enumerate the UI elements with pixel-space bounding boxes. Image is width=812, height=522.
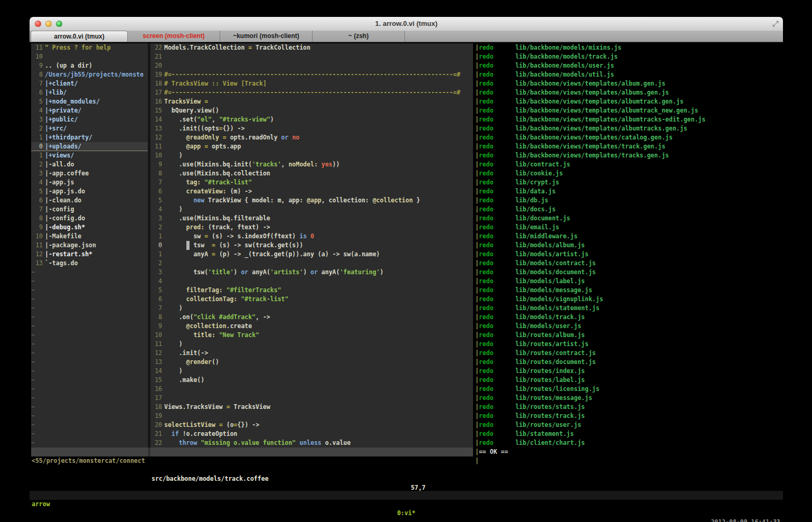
line-number: 1	[31, 151, 45, 160]
terminal-tab-2[interactable]: ~kumori (mosh-client)	[220, 31, 313, 42]
tree-item[interactable]: 5|-app.js.do	[31, 187, 148, 196]
redo-label: redo	[479, 61, 494, 70]
empty-line: ~	[31, 376, 148, 385]
redo-target-path: lib/backbone/models/track.js	[494, 52, 618, 61]
tree-item[interactable]: 2|+src/	[31, 124, 148, 133]
tree-item[interactable]: 6|-clean.do	[31, 196, 148, 205]
redo-label: redo	[479, 412, 494, 421]
tree-item[interactable]: 13`-tags.do	[31, 259, 148, 268]
tree-item[interactable]: 10	[31, 52, 148, 61]
redo-output-row: |redo lib/routes/licensing.js	[473, 385, 782, 394]
tree-item[interactable]: 7|-config	[31, 205, 148, 214]
tree-item[interactable]: 10|-Makefile	[31, 232, 148, 241]
code-line: 21	[150, 52, 473, 61]
tree-item[interactable]: 6|+lib/	[31, 88, 148, 97]
tree-item[interactable]: 1|+thirdparty/	[31, 133, 148, 142]
tree-item[interactable]: 12|-restart.sh*	[31, 250, 148, 259]
line-number: 18	[150, 403, 164, 412]
tilde-marker: ~	[31, 340, 35, 349]
code-token	[318, 160, 322, 169]
tree-item[interactable]: 4|+private/	[31, 106, 148, 115]
title-bar[interactable]: 1. arrow.0.vi (tmux) ⤢	[30, 17, 783, 31]
code-token: 'featuring'	[339, 268, 380, 277]
line-number: 15	[150, 376, 164, 385]
redo-target-path: lib/models/album.js	[494, 241, 585, 250]
line-number: 4	[31, 106, 45, 115]
tree-item[interactable]: 7|+client/	[31, 79, 148, 88]
pane-border: |	[475, 205, 479, 214]
code-line: 3 tsw('title') or anyA('artists') or any…	[150, 268, 473, 277]
redo-target-path: lib/routes/artist.js	[494, 340, 589, 349]
tilde-marker: ~	[31, 286, 35, 295]
pane-border: |	[475, 304, 479, 313]
line-number: 7	[150, 178, 164, 187]
line-number: 0	[150, 241, 164, 250]
tree-item[interactable]: 5|+node_modules/	[31, 97, 148, 106]
code-token: # TracksView :: View [Track]	[164, 79, 267, 88]
tree-item[interactable]: 11" Press ? for help	[31, 43, 148, 52]
tree-item-label: |-app.js.do	[45, 187, 85, 196]
code-line: 0 tsw = (s) -> sw(track.get(s))	[150, 241, 473, 250]
code-token: TracksView	[230, 403, 270, 412]
code-token: =	[226, 403, 230, 412]
minimize-button[interactable]	[45, 21, 52, 27]
resize-icon[interactable]: ⤢	[772, 19, 779, 29]
tree-item[interactable]: 0|+uploads/	[31, 142, 148, 151]
line-number: 13	[150, 124, 164, 133]
terminal-content[interactable]: 11" Press ? for help109.. (up a dir)8/Us…	[30, 42, 783, 479]
redo-target-path: lib/crypt.js	[494, 178, 560, 187]
tree-item[interactable]: 1|+views/	[31, 151, 148, 160]
code-token: createView:	[164, 187, 226, 196]
code-token	[164, 241, 186, 250]
code-token: =	[219, 421, 223, 430]
tree-item[interactable]: 11|-package.json	[31, 241, 148, 250]
tree-item[interactable]: 4|-app.js	[31, 178, 148, 187]
code-token: "New Track"	[219, 331, 259, 340]
tree-item[interactable]: 8|-config.do	[31, 214, 148, 223]
code-token	[164, 196, 193, 205]
redo-target-path: lib/routes/message.js	[494, 394, 592, 403]
line-number: 15	[150, 106, 164, 115]
redo-output-row: |redo lib/backbone/views/templates/album…	[473, 97, 782, 106]
shell-pane[interactable]: |redo lib/backbone/models/mixins.js|redo…	[473, 43, 782, 466]
tree-item[interactable]: 9|-debug.sh*	[31, 223, 148, 232]
tree-item[interactable]: 3|-app.coffee	[31, 169, 148, 178]
pane-border: |	[475, 340, 479, 349]
tilde-marker: ~	[31, 367, 35, 376]
redo-label: redo	[479, 142, 494, 151]
terminal-tab-0[interactable]: arrow.0.vi (tmux)	[31, 31, 128, 42]
tree-item[interactable]: 3|+public/	[31, 115, 148, 124]
nerdtree-pane[interactable]: 11" Press ? for help109.. (up a dir)8/Us…	[31, 43, 148, 448]
tmux-window-name[interactable]: 0:vi*	[397, 509, 416, 518]
code-line: 14 .set("el", "#tracks-view")	[150, 115, 473, 124]
empty-line: ~	[31, 268, 148, 277]
line-number: 12	[150, 133, 164, 142]
tree-item[interactable]: 2|-all.do	[31, 160, 148, 169]
code-token: collectionTag:	[164, 295, 237, 304]
editor-pane[interactable]: 22Models.TrackCollection = TrackCollecti…	[150, 43, 473, 448]
tree-item-label: |+src/	[45, 124, 67, 133]
pane-border: |	[475, 268, 479, 277]
redo-ok-label: == OK ==	[479, 448, 508, 456]
pane-border: |	[475, 88, 479, 97]
redo-label: redo	[479, 70, 494, 79]
redo-label: redo	[479, 196, 494, 205]
pane-border: |	[475, 151, 479, 160]
empty-line: ~	[31, 277, 148, 286]
terminal-tab-1[interactable]: screen (mosh-client)	[128, 31, 220, 42]
code-token: anyA	[164, 250, 212, 259]
zoom-button[interactable]	[56, 21, 62, 27]
tree-item[interactable]: 8/Users/jb55/projects/monste	[31, 70, 148, 79]
tmux-status-bar: arrow 0:vi* 2012-08-09 16:41:33	[30, 491, 783, 500]
redo-output-row: |redo lib/routes/document.js	[473, 358, 782, 367]
pane-border: |	[475, 358, 479, 367]
tree-item[interactable]: 9.. (up a dir)	[31, 61, 148, 70]
close-button[interactable]	[35, 21, 41, 27]
tilde-marker: ~	[31, 385, 35, 394]
redo-output-row: |redo lib/models/album.js	[473, 241, 782, 250]
code-token: new	[193, 196, 204, 205]
empty-line: ~	[31, 331, 148, 340]
pane-border: |	[475, 43, 479, 52]
terminal-tab-3[interactable]: ~ (zsh)	[313, 31, 405, 42]
pane-border: |	[475, 250, 479, 259]
